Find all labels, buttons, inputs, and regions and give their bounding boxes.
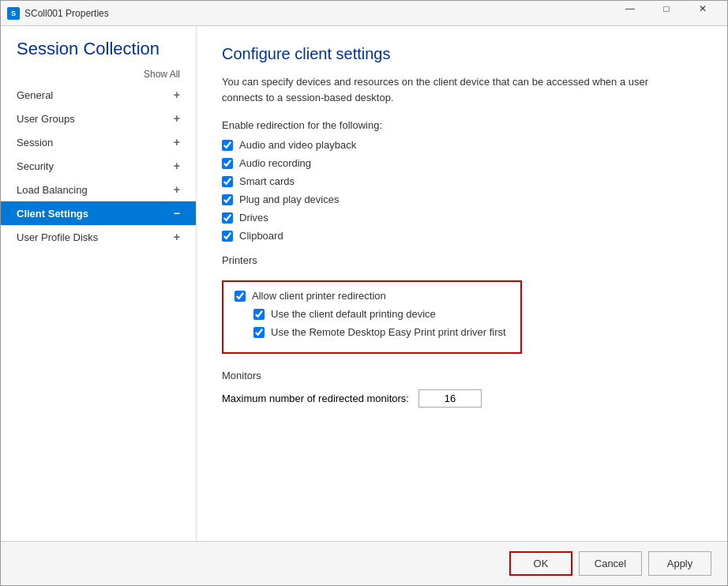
checkbox-audio-video: Audio and video playback [222, 139, 702, 151]
checkbox-clipboard-label: Clipboard [239, 230, 283, 242]
maximize-button[interactable]: □ [648, 0, 685, 21]
checkbox-default-printer-label: Use the client default printing device [271, 308, 436, 320]
checkbox-default-printer-input[interactable] [253, 309, 265, 320]
ok-button[interactable]: OK [509, 551, 572, 576]
checkbox-easy-print-input[interactable] [253, 327, 265, 338]
title-bar: S SColl001 Properties — □ ✕ [1, 1, 727, 26]
sidebar: Session Collection Show All General + Us… [1, 26, 197, 541]
checkbox-drives-label: Drives [239, 212, 268, 224]
monitors-row-label: Maximum number of redirected monitors: [222, 393, 409, 404]
sidebar-item-label: General [17, 89, 53, 101]
checkbox-clipboard: Clipboard [222, 230, 702, 242]
sidebar-item-label: Client Settings [17, 208, 88, 220]
sidebar-item-general[interactable]: General + [1, 83, 196, 107]
checkbox-plug-play: Plug and play devices [222, 193, 702, 205]
window-title: SColl001 Properties [24, 8, 612, 19]
sidebar-heading: Session Collection [1, 39, 196, 69]
cancel-button[interactable]: Cancel [579, 551, 642, 576]
sidebar-item-label: User Profile Disks [17, 231, 98, 243]
checkbox-easy-print-label: Use the Remote Desktop Easy Print print … [271, 326, 506, 338]
checkbox-drives-input[interactable] [222, 212, 233, 224]
apply-button[interactable]: Apply [648, 551, 711, 576]
checkbox-audio-recording-input[interactable] [222, 158, 233, 169]
sidebar-item-client-settings-icon: − [174, 207, 180, 220]
sidebar-item-load-balancing[interactable]: Load Balancing + [1, 178, 196, 201]
sidebar-item-label: Load Balancing [17, 184, 88, 196]
checkbox-audio-video-label: Audio and video playback [239, 139, 356, 151]
sidebar-item-session-icon: + [174, 136, 180, 148]
sidebar-item-label: Security [17, 160, 54, 172]
sidebar-item-security[interactable]: Security + [1, 154, 196, 178]
sidebar-item-client-settings[interactable]: Client Settings − [1, 201, 196, 225]
monitors-row: Maximum number of redirected monitors: [222, 389, 702, 408]
printers-box: Allow client printer redirection Use the… [222, 280, 522, 354]
checkbox-default-printer: Use the client default printing device [253, 308, 509, 320]
checkbox-audio-video-input[interactable] [222, 140, 233, 151]
sidebar-item-label: User Groups [17, 113, 75, 125]
sidebar-item-user-groups[interactable]: User Groups + [1, 107, 196, 130]
sidebar-item-security-icon: + [174, 160, 180, 172]
title-bar-controls: — □ ✕ [612, 1, 721, 26]
sidebar-item-user-profile-disks-icon: + [174, 231, 180, 243]
checkbox-plug-play-input[interactable] [222, 194, 233, 205]
checkbox-allow-printer: Allow client printer redirection [235, 290, 509, 302]
page-title: Configure client settings [222, 45, 702, 63]
minimize-button[interactable]: — [612, 0, 648, 21]
checkbox-allow-printer-label: Allow client printer redirection [252, 290, 386, 302]
printers-label: Printers [222, 254, 702, 266]
main-panel: Configure client settings You can specif… [197, 26, 727, 541]
content-area: Session Collection Show All General + Us… [1, 26, 727, 541]
checkbox-plug-play-label: Plug and play devices [239, 193, 339, 205]
window-icon: S [7, 7, 20, 20]
checkbox-easy-print: Use the Remote Desktop Easy Print print … [253, 326, 509, 338]
sidebar-item-session[interactable]: Session + [1, 130, 196, 154]
checkbox-audio-recording-label: Audio recording [239, 157, 311, 169]
sidebar-item-user-groups-icon: + [174, 112, 180, 125]
monitors-input[interactable] [418, 389, 482, 408]
checkbox-smart-cards: Smart cards [222, 175, 702, 187]
description: You can specify devices and resources on… [222, 74, 680, 105]
checkbox-allow-printer-input[interactable] [235, 291, 246, 302]
redirection-label: Enable redirection for the following: [222, 119, 702, 131]
sidebar-item-user-profile-disks[interactable]: User Profile Disks + [1, 225, 196, 249]
sidebar-item-load-balancing-icon: + [174, 183, 180, 196]
main-window: S SColl001 Properties — □ ✕ Session Coll… [0, 0, 728, 586]
sidebar-item-general-icon: + [174, 88, 180, 101]
sidebar-item-label: Session [17, 137, 53, 148]
monitors-section: Monitors Maximum number of redirected mo… [222, 370, 702, 408]
show-all-row: Show All [1, 69, 196, 83]
printers-section: Printers Allow client printer redirectio… [222, 254, 702, 354]
checkbox-audio-recording: Audio recording [222, 157, 702, 169]
monitors-label: Monitors [222, 370, 702, 381]
checkbox-clipboard-input[interactable] [222, 231, 233, 242]
checkbox-smart-cards-label: Smart cards [239, 175, 295, 187]
show-all-label: Show All [144, 69, 180, 80]
checkbox-drives: Drives [222, 212, 702, 224]
footer: OK Cancel Apply [1, 541, 727, 585]
checkbox-smart-cards-input[interactable] [222, 176, 233, 187]
close-button[interactable]: ✕ [685, 0, 721, 21]
